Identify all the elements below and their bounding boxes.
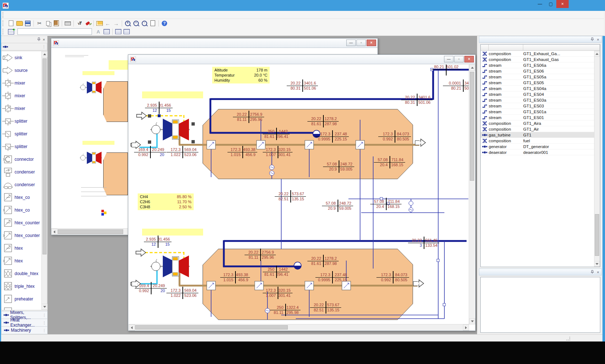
close-panel-icon[interactable]: × [597, 270, 599, 274]
palette-item[interactable]: splitter [1, 127, 41, 140]
palette-item[interactable]: mixer [1, 102, 41, 115]
minimize-button[interactable]: — [346, 40, 356, 46]
pin-icon[interactable] [37, 37, 41, 41]
column-header-object[interactable] [523, 45, 600, 50]
stream-table[interactable]: 57.08248.72 20.959.005 [323, 162, 354, 172]
resize-grip[interactable] [566, 337, 570, 340]
zoom-out-icon[interactable] [132, 20, 140, 27]
run-calculation-icon[interactable] [84, 20, 92, 27]
menu-item[interactable] [65, 14, 72, 16]
stream-table[interactable]: 2501322.4 81.11295.98 [270, 305, 301, 315]
menu-item[interactable] [51, 14, 58, 16]
palette-item[interactable]: htex_counter [1, 229, 41, 242]
close-button[interactable]: × [367, 40, 376, 46]
menu-item[interactable] [72, 14, 80, 16]
object-row[interactable]: stream GT1_ES05 [481, 80, 594, 86]
object-row[interactable]: stream GT1_ES05a [481, 74, 594, 80]
object-row[interactable]: deaerator deaerator001 [481, 150, 594, 155]
stream-table[interactable]: 2501442 81.61296.41 [263, 267, 290, 277]
object-row[interactable]: stream GT1_ES01a [481, 109, 594, 115]
palette-scrollbar[interactable] [41, 51, 47, 310]
palette-item[interactable] [1, 305, 41, 310]
object-row[interactable]: composition fuel [481, 138, 594, 144]
stream-table[interactable]: 20.222756.9 81.11295.96 [245, 250, 276, 260]
flowsheet-canvas[interactable]: 2.93531.456 1215 169.420.249 0.99220 172… [129, 65, 469, 324]
table-tool-icon[interactable] [102, 28, 111, 35]
stream-table[interactable]: 20.223401.6 80.31501.06 [287, 81, 318, 91]
cut-icon[interactable] [35, 20, 44, 27]
palette-item[interactable]: sink [1, 51, 41, 64]
zoom-in-icon[interactable] [124, 20, 132, 27]
object-table-scrollbar[interactable] [594, 51, 600, 267]
pin-icon[interactable] [590, 270, 594, 274]
object-row[interactable]: stream GT1_ES04a [481, 86, 594, 91]
stream-table[interactable]: 172.3493.38 1.015456.9 [227, 147, 257, 158]
palette-item[interactable]: condenser [1, 165, 41, 178]
align-grid-icon[interactable] [114, 28, 122, 35]
object-row[interactable]: composition GT1_Exhaust_Gas [481, 57, 594, 62]
palette-tab[interactable]: Heat Exchanger... ⋮ [1, 319, 48, 327]
print-icon[interactable] [64, 20, 72, 27]
toolbar-button[interactable] [158, 20, 159, 26]
close-button[interactable]: × [556, 0, 569, 8]
close-button[interactable]: × [464, 56, 474, 62]
palette-item[interactable]: htex_co [1, 191, 41, 204]
open-file-icon[interactable] [15, 20, 24, 27]
function-icon[interactable] [75, 20, 84, 27]
palette-item[interactable]: htex_co [1, 204, 41, 216]
toolbar-button[interactable] [93, 20, 94, 26]
column-header-class[interactable] [489, 45, 523, 50]
active-window-titlebar[interactable]: — ▫ × [128, 55, 475, 64]
save-icon[interactable] [24, 20, 32, 27]
open-project-icon[interactable] [95, 20, 104, 27]
close-palette-icon[interactable]: × [43, 37, 45, 42]
object-row[interactable]: composition GT1_Exhaust_Ga... [481, 51, 594, 57]
stream-table[interactable]: 2.93531.456 1215 [144, 237, 172, 247]
menu-item[interactable] [14, 14, 21, 16]
close-panel-icon[interactable]: × [597, 37, 599, 42]
menu-item[interactable] [21, 14, 29, 16]
dataset-manager-header[interactable]: × [479, 269, 602, 275]
zoom-window-icon[interactable] [140, 20, 149, 27]
palette-item[interactable]: double_htex [1, 267, 41, 280]
restore-button[interactable]: ▫ [454, 56, 464, 62]
palette-item[interactable]: source [1, 64, 41, 77]
toolbar-grip[interactable] [3, 29, 4, 34]
copy-icon[interactable] [44, 20, 52, 27]
object-row[interactable]: stream GT1_ES03 [481, 103, 594, 109]
new-dataframe-icon[interactable] [7, 28, 15, 35]
toolbar-grip[interactable] [3, 20, 4, 26]
dataframe-combobox[interactable] [17, 28, 92, 35]
palette-item[interactable]: mixer [1, 89, 41, 102]
background-window-titlebar[interactable]: — ▫ × [51, 38, 378, 48]
ambient-conditions-box[interactable]: Altitude178 mTemperatur20.0 °CHumidity60… [212, 67, 270, 83]
object-row[interactable]: gas_turbine GT1 [481, 132, 594, 138]
stream-table[interactable]: 20.221278.2 81.61287.98 [307, 116, 339, 127]
toolbar-button[interactable] [33, 20, 34, 26]
stream-table[interactable]: 172.3320.15 1.007301.41 [263, 288, 293, 298]
stream-table[interactable]: 20.22561.46 3133.54 [408, 238, 439, 248]
object-row[interactable]: generator DT_generator [481, 144, 594, 150]
palette-item[interactable]: htex_counter [1, 216, 41, 229]
stream-table[interactable]: 172.3569.04 1.022523.06 [166, 288, 198, 298]
object-row[interactable]: composition GT1_Aira [481, 120, 594, 126]
stream-table[interactable]: 57.08711.84 20.4168.15 [370, 199, 402, 209]
stream-table[interactable]: 57.08711.84 20.4168.15 [374, 158, 405, 168]
pel-box-2[interactable] [142, 229, 203, 236]
stream-table[interactable]: 172.384.073 0.99280.505 [376, 273, 409, 283]
toolbar-button[interactable] [73, 20, 74, 26]
object-row[interactable]: stream GT1_ES06 [481, 68, 594, 74]
stream-table[interactable]: 172.3493.38 1.015456.9 [220, 273, 250, 283]
stream-table[interactable]: 169.420.249 0.99220 [135, 283, 167, 294]
menu-item[interactable] [58, 14, 65, 16]
help-icon[interactable] [160, 20, 169, 27]
stream-table[interactable]: 20.223401.6 80.31501.06 [401, 95, 432, 105]
toolbar-button[interactable] [122, 20, 122, 26]
palette-item[interactable]: condenser [1, 178, 41, 191]
minimize-button[interactable]: — [535, 0, 545, 8]
menu-item[interactable] [7, 14, 14, 16]
stream-table[interactable]: 172.3569.04 1.022523.06 [166, 147, 198, 158]
stream-table[interactable]: 2501442 81.61296.41 [263, 129, 290, 139]
stream-table[interactable]: 172.384.073 0.99280.505 [378, 132, 411, 142]
toolbar-grip[interactable] [3, 12, 4, 18]
